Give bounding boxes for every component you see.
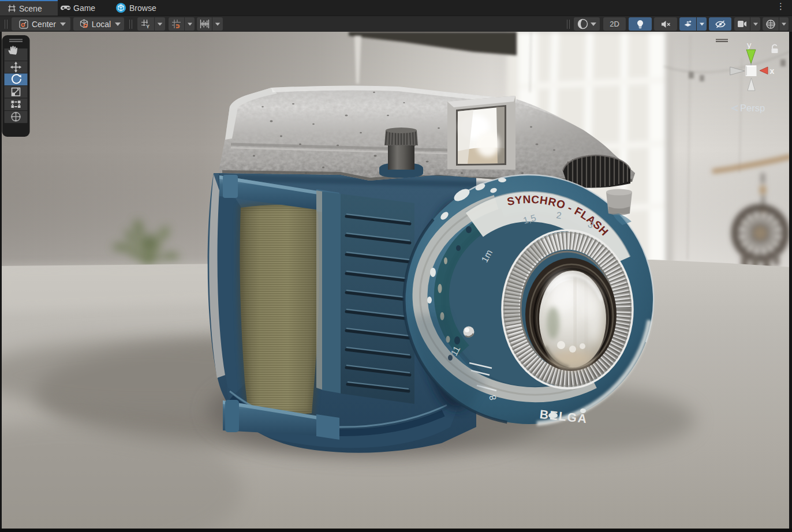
svg-text:y: y: [747, 40, 752, 50]
svg-text:Y: Y: [146, 24, 150, 29]
svg-text:Persp: Persp: [740, 103, 765, 113]
svg-text:x: x: [770, 66, 775, 76]
